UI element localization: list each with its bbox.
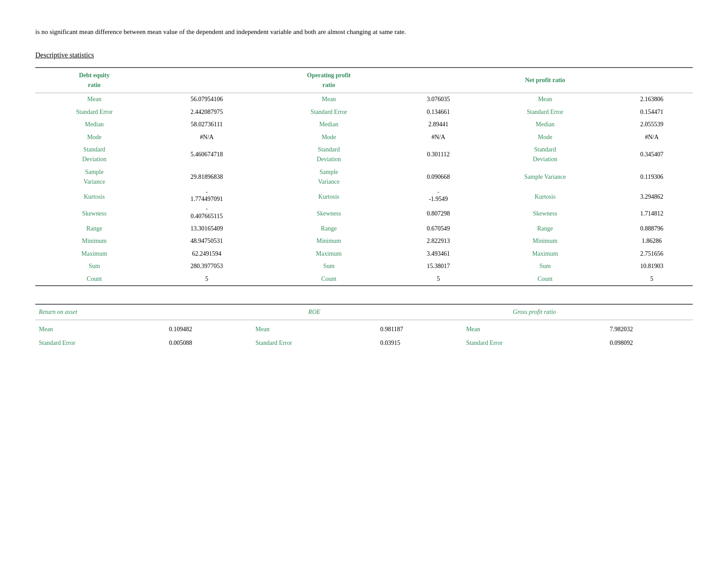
row-label: Mode bbox=[35, 131, 153, 144]
row-label: Range bbox=[35, 223, 153, 235]
row-value: 48.94750531 bbox=[153, 235, 260, 247]
row-label: SampleVariance bbox=[260, 166, 398, 189]
table-row: Kurtosis -1.774497091 Kurtosis --1.9549 … bbox=[35, 189, 693, 206]
table-row: SampleVariance 29.81896838 SampleVarianc… bbox=[35, 166, 693, 189]
table-row: Mean 0.109482 Mean 0.981187 Mean 7.98203… bbox=[35, 320, 693, 336]
row-value: -1.774497091 bbox=[153, 189, 260, 206]
row-value: 29.81896838 bbox=[153, 166, 260, 189]
row-value: 2.163806 bbox=[611, 93, 693, 106]
col-header-debt-value bbox=[153, 68, 260, 93]
row-label: Kurtosis bbox=[479, 189, 611, 206]
row-value: 5 bbox=[153, 273, 260, 286]
row-label: Skewness bbox=[260, 205, 398, 223]
row-value: --1.9549 bbox=[398, 189, 479, 206]
row-label: StandardDeviation bbox=[260, 144, 398, 166]
row-value: 0.119306 bbox=[611, 166, 693, 189]
row-value: 58.02736111 bbox=[153, 118, 260, 131]
row-value: 5.460674718 bbox=[153, 144, 260, 166]
row-value: 0.345407 bbox=[611, 144, 693, 166]
row-label: Standard Error bbox=[35, 106, 153, 118]
table-row: Sum 280.3977053 Sum 15.38017 Sum 10.8190… bbox=[35, 260, 693, 272]
row-label: StandardDeviation bbox=[35, 144, 153, 166]
row-label: Count bbox=[35, 273, 153, 286]
row-label: Standard Error bbox=[462, 336, 606, 350]
table-row: StandardDeviation 5.460674718 StandardDe… bbox=[35, 144, 693, 166]
table-row: Minimum 48.94750531 Minimum 2.822913 Min… bbox=[35, 235, 693, 247]
row-label: Skewness bbox=[35, 205, 153, 223]
row-label: Skewness bbox=[479, 205, 611, 223]
row-value: 0.109482 bbox=[165, 320, 252, 336]
second-stats-table: Return on asset ROE Gross profit ratio M… bbox=[35, 304, 693, 350]
row-label: Minimum bbox=[35, 235, 153, 247]
table-row: Count 5 Count 5 Count 5 bbox=[35, 273, 693, 286]
row-value: 56.07954106 bbox=[153, 93, 260, 106]
col2-header-roe-val bbox=[377, 304, 463, 320]
row-label: Count bbox=[260, 273, 398, 286]
table-row: Skewness -0.407665115 Skewness 0.807298 … bbox=[35, 205, 693, 223]
row-label: SampleVariance bbox=[35, 166, 153, 189]
row-label: Range bbox=[479, 223, 611, 235]
row-value: 2.822913 bbox=[398, 235, 479, 247]
section-title: Descriptive statistics bbox=[35, 49, 693, 61]
row-value: 0.154471 bbox=[611, 106, 693, 118]
row-label: Sum bbox=[260, 260, 398, 272]
row-label: Range bbox=[260, 223, 398, 235]
col-header-net-value bbox=[611, 68, 693, 93]
row-value: 5 bbox=[398, 273, 479, 286]
table-row: Mean 56.07954106 Mean 3.076035 Mean 2.16… bbox=[35, 93, 693, 106]
row-label: Minimum bbox=[479, 235, 611, 247]
row-label: Standard Error bbox=[35, 336, 165, 350]
row-label: Standard Error bbox=[260, 106, 398, 118]
row-value: 0.134661 bbox=[398, 106, 479, 118]
row-value: #N/A bbox=[153, 131, 260, 144]
row-value: 5 bbox=[611, 273, 693, 286]
row-value: 62.2491594 bbox=[153, 248, 260, 260]
row-label: Kurtosis bbox=[35, 189, 153, 206]
row-label: Maximum bbox=[260, 248, 398, 260]
row-label: Mean bbox=[462, 320, 606, 336]
row-label: Mode bbox=[260, 131, 398, 144]
row-value: 3.294862 bbox=[611, 189, 693, 206]
row-value: 10.81903 bbox=[611, 260, 693, 272]
row-value: 0.670549 bbox=[398, 223, 479, 235]
row-label: Sum bbox=[35, 260, 153, 272]
row-label: Standard Error bbox=[479, 106, 611, 118]
row-value: 2.89441 bbox=[398, 118, 479, 131]
col-header-operating-profit: Operating profitratio bbox=[260, 68, 398, 93]
row-label: Sum bbox=[479, 260, 611, 272]
row-value: 0.301112 bbox=[398, 144, 479, 166]
row-value: -0.407665115 bbox=[153, 205, 260, 223]
row-value: 0.807298 bbox=[398, 205, 479, 223]
row-value: 0.090668 bbox=[398, 166, 479, 189]
row-value: 280.3977053 bbox=[153, 260, 260, 272]
row-value: 2.442087975 bbox=[153, 106, 260, 118]
row-value: 1.86286 bbox=[611, 235, 693, 247]
row-value: 0.03915 bbox=[377, 336, 463, 350]
row-value: 0.005088 bbox=[165, 336, 252, 350]
table-row: Standard Error 0.005088 Standard Error 0… bbox=[35, 336, 693, 350]
row-label: Mean bbox=[252, 320, 377, 336]
row-value: 7.982032 bbox=[606, 320, 693, 336]
main-stats-table: Debt equityratio Operating profitratio N… bbox=[35, 67, 693, 286]
row-label: StandardDeviation bbox=[479, 144, 611, 166]
row-label: Median bbox=[479, 118, 611, 131]
row-label: Kurtosis bbox=[260, 189, 398, 206]
row-label: Maximum bbox=[35, 248, 153, 260]
table-row: Mode #N/A Mode #N/A Mode #N/A bbox=[35, 131, 693, 144]
row-label: Maximum bbox=[479, 248, 611, 260]
col2-header-roa-val bbox=[165, 304, 252, 320]
row-label: Count bbox=[479, 273, 611, 286]
row-value: 2.751656 bbox=[611, 248, 693, 260]
row-label: Median bbox=[260, 118, 398, 131]
col-header-net-profit: Net profit ratio bbox=[479, 68, 611, 93]
row-label: Mean bbox=[35, 93, 153, 106]
row-value: 13.30165409 bbox=[153, 223, 260, 235]
row-value: #N/A bbox=[611, 131, 693, 144]
row-value: 0.981187 bbox=[377, 320, 463, 336]
col2-header-gross-val bbox=[606, 304, 693, 320]
intro-paragraph: is no significant mean difference betwee… bbox=[35, 26, 693, 37]
row-value: 0.098092 bbox=[606, 336, 693, 350]
row-value: 3.493461 bbox=[398, 248, 479, 260]
row-label: Mean bbox=[479, 93, 611, 106]
col2-header-roe: ROE bbox=[252, 304, 377, 320]
